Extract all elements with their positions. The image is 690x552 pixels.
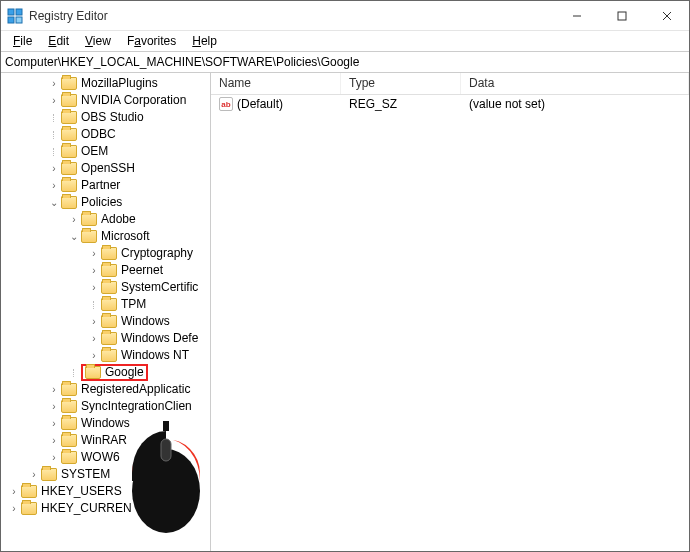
tree-node[interactable]: ›SystemCertific [1, 279, 210, 296]
svg-rect-5 [618, 12, 626, 20]
expand-icon[interactable]: › [47, 160, 61, 177]
tree-node[interactable]: ›MozillaPlugins [1, 75, 210, 92]
folder-icon [61, 400, 77, 413]
expand-icon[interactable]: › [87, 313, 101, 330]
minimize-button[interactable] [554, 1, 599, 30]
tree-node-label: SystemCertific [121, 279, 198, 296]
address-bar[interactable]: Computer\HKEY_LOCAL_MACHINE\SOFTWARE\Pol… [1, 51, 689, 73]
tree-node[interactable]: ›Peernet [1, 262, 210, 279]
tree-node[interactable]: ›RegisteredApplicatic [1, 381, 210, 398]
folder-icon [85, 366, 101, 379]
tree-node[interactable]: ›WinRAR [1, 432, 210, 449]
expand-icon[interactable]: › [67, 211, 81, 228]
tree-pane[interactable]: ›MozillaPlugins›NVIDIA CorporationOBS St… [1, 73, 211, 551]
folder-icon [101, 264, 117, 277]
window-controls [554, 1, 689, 30]
folder-icon [61, 451, 77, 464]
expand-icon[interactable]: › [47, 92, 61, 109]
expand-icon[interactable]: › [7, 500, 21, 517]
expand-icon[interactable]: › [47, 398, 61, 415]
tree-node[interactable]: ODBC [1, 126, 210, 143]
menu-help[interactable]: Help [184, 32, 225, 50]
tree-node-highlight: Google [81, 364, 148, 381]
tree-node-label: Partner [81, 177, 120, 194]
menu-edit[interactable]: Edit [40, 32, 77, 50]
cell-name-text: (Default) [237, 97, 283, 111]
folder-icon [101, 247, 117, 260]
expand-icon[interactable]: › [47, 415, 61, 432]
list-header: Name Type Data [211, 73, 689, 95]
collapse-icon[interactable]: ⌄ [47, 194, 61, 211]
tree-node-label: Windows Defe [121, 330, 198, 347]
tree-node[interactable]: TPM [1, 296, 210, 313]
expand-icon[interactable]: › [47, 449, 61, 466]
folder-icon [61, 145, 77, 158]
tree-node[interactable]: ›HKEY_USERS [1, 483, 210, 500]
list-row[interactable]: ab(Default)REG_SZ(value not set) [211, 95, 689, 113]
tree-node[interactable]: ›Windows [1, 313, 210, 330]
svg-rect-0 [8, 9, 14, 15]
tree-node[interactable]: ›NVIDIA Corporation [1, 92, 210, 109]
tree-node[interactable]: ›Partner [1, 177, 210, 194]
tree-node[interactable]: ›SYSTEM [1, 466, 210, 483]
tree-node-label: Google [105, 364, 144, 381]
folder-icon [61, 417, 77, 430]
folder-icon [61, 162, 77, 175]
expand-icon[interactable]: › [87, 347, 101, 364]
expand-icon[interactable]: › [47, 432, 61, 449]
tree-node[interactable]: ›Adobe [1, 211, 210, 228]
menubar: File Edit View Favorites Help [1, 31, 689, 51]
collapse-icon[interactable]: ⌄ [67, 228, 81, 245]
address-path: Computer\HKEY_LOCAL_MACHINE\SOFTWARE\Pol… [5, 55, 359, 69]
folder-icon [101, 315, 117, 328]
col-header-name[interactable]: Name [211, 73, 341, 94]
tree-node[interactable]: Google [1, 364, 210, 381]
expand-icon[interactable]: › [7, 483, 21, 500]
tree-node-label: SyncIntegrationClien [81, 398, 192, 415]
expand-icon[interactable]: › [87, 330, 101, 347]
expand-icon[interactable]: › [27, 466, 41, 483]
expand-icon[interactable]: › [47, 381, 61, 398]
menu-view[interactable]: View [77, 32, 119, 50]
tree-node-label: MozillaPlugins [81, 75, 158, 92]
tree-node[interactable]: ›WOW6 [1, 449, 210, 466]
col-header-type[interactable]: Type [341, 73, 461, 94]
tree-node[interactable]: ⌄Policies [1, 194, 210, 211]
tree-node[interactable]: OEM [1, 143, 210, 160]
list-pane[interactable]: Name Type Data ab(Default)REG_SZ(value n… [211, 73, 689, 551]
tree-node[interactable]: ›Windows [1, 415, 210, 432]
menu-favorites[interactable]: Favorites [119, 32, 184, 50]
tree-node-label: ODBC [81, 126, 116, 143]
tree-node-label: Windows [121, 313, 170, 330]
tree-node[interactable]: ›Windows Defe [1, 330, 210, 347]
folder-icon [101, 281, 117, 294]
tree-node[interactable]: ›SyncIntegrationClien [1, 398, 210, 415]
close-button[interactable] [644, 1, 689, 30]
tree-node[interactable]: ›HKEY_CURREN [1, 500, 210, 517]
expand-icon[interactable]: › [87, 245, 101, 262]
tree-node[interactable]: ›Windows NT [1, 347, 210, 364]
tree-node-label: Peernet [121, 262, 163, 279]
folder-icon [101, 349, 117, 362]
tree-node-label: OpenSSH [81, 160, 135, 177]
expand-icon[interactable]: › [47, 75, 61, 92]
svg-rect-2 [8, 17, 14, 23]
expand-icon[interactable]: › [87, 279, 101, 296]
folder-icon [61, 179, 77, 192]
folder-icon [61, 434, 77, 447]
expand-icon[interactable]: › [47, 177, 61, 194]
tree-node-label: Windows NT [121, 347, 189, 364]
expand-icon[interactable]: › [87, 262, 101, 279]
tree-node-label: HKEY_USERS [41, 483, 122, 500]
tree-node-label: TPM [121, 296, 146, 313]
maximize-button[interactable] [599, 1, 644, 30]
tree-node[interactable]: ›OpenSSH [1, 160, 210, 177]
tree-node-label: Adobe [101, 211, 136, 228]
col-header-data[interactable]: Data [461, 73, 689, 94]
reg-string-icon: ab [219, 97, 233, 111]
tree-node[interactable]: ⌄Microsoft [1, 228, 210, 245]
tree-node[interactable]: OBS Studio [1, 109, 210, 126]
menu-file[interactable]: File [5, 32, 40, 50]
tree-node-label: WinRAR [81, 432, 127, 449]
tree-node[interactable]: ›Cryptography [1, 245, 210, 262]
